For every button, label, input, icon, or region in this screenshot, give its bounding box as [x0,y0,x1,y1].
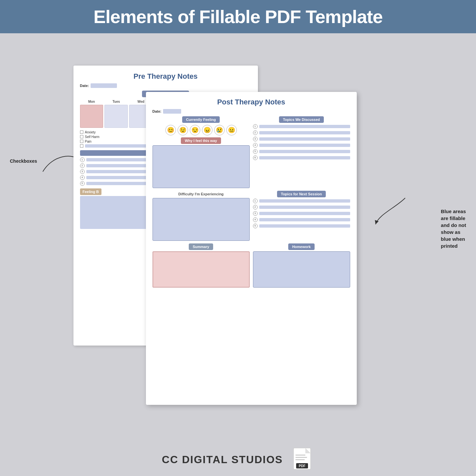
feeling-bar-btn: Feeling B [80,188,102,195]
page-header: Elements of Fillable PDF Template [0,0,476,33]
topic-num-2: 2 [253,130,258,135]
svg-rect-4 [295,459,305,460]
homework-area[interactable] [253,251,350,288]
sh-areas [153,251,350,288]
topic-line-3[interactable] [259,137,350,141]
next-session-btn: Topics for Next Session [277,191,326,197]
checkbox-anxiety-label: Anxiety [85,130,96,134]
svg-rect-3 [295,457,307,458]
emoji-row: 😊 😟 😒 😠 😢 😐 [153,125,250,135]
topic-line-2[interactable] [259,131,350,134]
checkbox-selfharm-label: Self Harm [85,135,99,139]
topics-discussed-col: Topics We Discussed 1 2 3 [253,116,350,188]
papers-container: Pre Therapy Notes Date: Major Event of t… [100,66,357,411]
homework-btn: Homework [288,243,315,250]
why-feel-textarea[interactable] [153,145,250,188]
page-title: Elements of Fillable PDF Template [10,6,466,27]
post-therapy-paper: Post Therapy Notes Date: Currently Feeli… [146,92,357,405]
goal-num-5: 5 [80,181,85,186]
difficulty-col: Difficulty I'm Experiencing [153,191,250,241]
day-cell-1[interactable] [80,105,103,128]
summary-area[interactable] [153,251,250,288]
currently-feeling-col: Currently Feeling 😊 😟 😒 😠 😢 😐 Why I feel… [153,116,250,188]
emoji-blank[interactable]: 😐 [226,125,237,135]
post-therapy-title: Post Therapy Notes [153,98,350,106]
summary-btn: Summary [189,243,213,250]
next-topic-num-2: 2 [253,205,258,210]
svg-rect-2 [295,455,305,456]
pre-date-row: Date: [80,83,251,88]
emoji-neutral[interactable]: 😒 [190,125,200,135]
goal-num-3: 3 [80,169,85,174]
goal-num-1: 1 [80,157,85,162]
topic-line-1[interactable] [259,125,350,128]
topic-num-1: 1 [253,124,258,129]
topics-discussed-list: 1 2 3 4 [253,124,350,160]
brand-name: CC DIGITAL STUDIOS [162,454,283,466]
checkbox-selfharm-box[interactable] [80,135,83,138]
summary-header-wrap: Summary [153,243,250,250]
blue-areas-note: Blue areasare fillableand do notshow asb… [441,208,466,249]
emoji-happy[interactable]: 😊 [165,125,176,135]
goal-num-2: 2 [80,163,85,168]
homework-header-wrap: Homework [253,243,350,250]
next-topic-1: 1 [253,199,350,203]
topic-num-6: 6 [253,155,258,160]
topic-2: 2 [253,130,350,135]
post-date-row: Date: [153,109,350,114]
next-topic-4: 4 [253,217,350,222]
topic-1: 1 [253,124,350,129]
why-feel-btn: Why I feel this way [181,137,221,144]
difficulty-textarea[interactable] [153,198,250,241]
top-two-col: Currently Feeling 😊 😟 😒 😠 😢 😐 Why I feel… [153,116,350,188]
next-session-col: Topics for Next Session 1 2 3 [253,191,350,241]
topics-discussed-btn: Topics We Discussed [279,116,324,123]
next-topic-line-1[interactable] [259,199,350,203]
next-topic-num-1: 1 [253,199,258,203]
pre-date-field[interactable] [91,83,117,88]
svg-text:PDF: PDF [299,464,305,468]
next-topic-line-3[interactable] [259,212,350,215]
emoji-cry[interactable]: 😢 [214,125,225,135]
topic-3: 3 [253,137,350,141]
topic-line-5[interactable] [259,150,350,153]
emoji-sad[interactable]: 😟 [178,125,188,135]
checkbox-anxiety-box[interactable] [80,130,83,134]
topic-5: 5 [253,149,350,154]
pre-date-label: Date: [80,84,89,88]
checkbox-pain-box[interactable] [80,140,83,143]
checkbox-extra-box[interactable] [80,144,83,148]
pdf-icon: PDF [293,447,314,472]
pdf-icon-svg: PDF [293,447,314,472]
topic-line-6[interactable] [259,156,350,159]
difficulty-label: Difficulty I'm Experiencing [178,192,224,196]
post-date-field[interactable] [163,109,181,114]
next-topic-num-5: 5 [253,224,258,228]
main-content: Checkboxes Pre Therapy Notes Date: Major… [0,33,476,443]
next-topic-3: 3 [253,211,350,216]
sh-headers: Summary Homework [153,243,350,250]
next-topic-5: 5 [253,224,350,228]
topic-num-5: 5 [253,149,258,154]
currently-feeling-btn: Currently Feeling [182,116,220,123]
day-mon: Mon [80,100,103,103]
next-topic-num-3: 3 [253,211,258,216]
topic-4: 4 [253,143,350,148]
page-footer: CC DIGITAL STUDIOS PDF [0,443,476,476]
bottom-two-col: Difficulty I'm Experiencing Topics for N… [153,191,350,241]
emoji-angry[interactable]: 😠 [202,125,212,135]
day-cell-2[interactable] [104,105,128,128]
post-date-label: Date: [153,109,162,113]
topic-num-3: 3 [253,137,258,141]
pre-therapy-title: Pre Therapy Notes [80,72,251,81]
next-topic-line-4[interactable] [259,218,350,221]
topic-line-4[interactable] [259,144,350,147]
topic-num-4: 4 [253,143,258,148]
next-topic-line-2[interactable] [259,206,350,209]
goal-num-4: 4 [80,175,85,180]
next-topic-2: 2 [253,205,350,210]
checkbox-pain-label: Pain [85,140,92,143]
next-topic-line-5[interactable] [259,224,350,228]
next-topics-list: 1 2 3 4 [253,199,350,228]
topic-6: 6 [253,155,350,160]
